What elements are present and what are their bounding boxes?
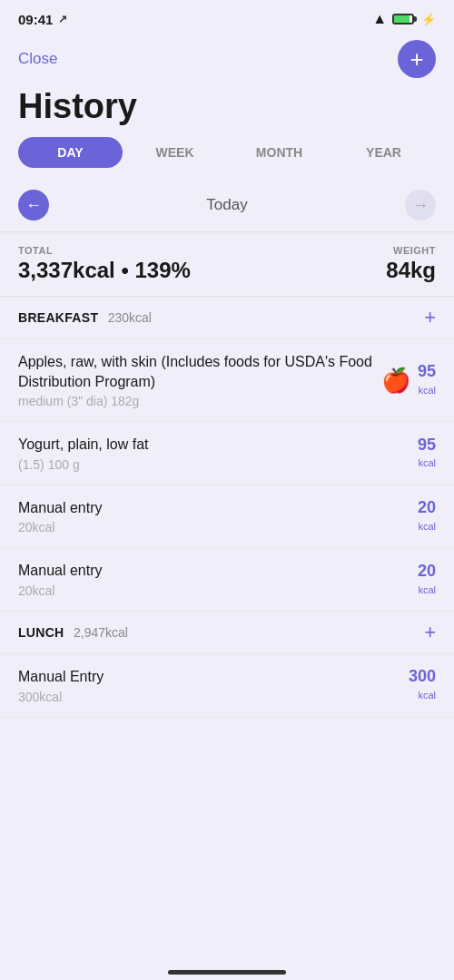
food-detail-breakfast-2: 20kcal [18,520,409,534]
add-button[interactable]: + [398,40,436,78]
meal-title-breakfast: BREAKFAST [18,310,98,325]
food-name-breakfast-0: Apples, raw, with skin (Includes foods f… [18,352,372,391]
tab-year[interactable]: YEAR [331,137,436,168]
header: Close + [0,34,454,82]
food-info-lunch-0: Manual Entry 300kcal [18,667,400,704]
food-item-breakfast-3[interactable]: Manual entry 20kcal 20 kcal [0,548,454,612]
food-icon-breakfast-0: 🍎 [381,367,410,395]
meal-title-lunch: LUNCH [18,625,64,640]
food-kcal-unit-breakfast-1: kcal [418,457,436,468]
food-name-breakfast-3: Manual entry [18,561,409,581]
food-kcal-breakfast-1: 95 kcal [418,436,436,471]
status-time: 09:41 ↗ [18,12,67,27]
tab-week[interactable]: WEEK [123,137,227,168]
wifi-icon: ▲ [372,11,387,27]
food-info-breakfast-1: Yogurt, plain, low fat (1.5) 100 g [18,435,409,472]
meal-title-row: LUNCH 2,947kcal [18,624,128,641]
summary-weight: WEIGHT 84kg [386,245,436,283]
food-name-lunch-0: Manual Entry [18,667,400,687]
food-name-breakfast-1: Yogurt, plain, low fat [18,435,409,455]
food-kcal-breakfast-3: 20 kcal [418,563,436,597]
meal-kcal-lunch: 2,947kcal [74,625,128,640]
tab-day[interactable]: DAY [18,137,123,168]
food-right-breakfast-3: 20 kcal [418,563,436,597]
total-value: 3,337kcal • 139% [18,258,191,283]
add-to-breakfast-button[interactable]: + [424,308,436,328]
food-item-breakfast-1[interactable]: Yogurt, plain, low fat (1.5) 100 g 95 kc… [0,422,454,485]
food-kcal-unit-breakfast-0: kcal [418,385,436,396]
food-right-breakfast-0: 🍎 95 kcal [381,363,436,397]
next-day-button[interactable]: → [405,190,436,220]
food-info-breakfast-0: Apples, raw, with skin (Includes foods f… [18,352,372,408]
meal-header-breakfast: BREAKFAST 230kcal + [0,297,454,339]
food-right-breakfast-2: 20 kcal [418,499,436,534]
food-right-lunch-0: 300 kcal [409,668,436,702]
food-detail-breakfast-1: (1.5) 100 g [18,457,409,472]
meal-header-lunch: LUNCH 2,947kcal + [0,612,454,654]
food-item-lunch-0[interactable]: Manual Entry 300kcal 300 kcal [0,654,454,718]
meal-title-row: BREAKFAST 230kcal [18,309,152,326]
total-label: TOTAL [18,245,191,256]
summary-total: TOTAL 3,337kcal • 139% [18,245,191,283]
food-info-breakfast-2: Manual entry 20kcal [18,498,409,535]
location-icon: ↗ [58,13,67,25]
status-bar: 09:41 ↗ ▲ ⚡ [0,0,454,34]
food-right-breakfast-1: 95 kcal [418,436,436,471]
battery-icon [392,14,414,24]
page-title: History [0,82,454,137]
home-indicator [0,961,454,980]
food-kcal-breakfast-0: 95 kcal [418,363,436,397]
charging-icon: ⚡ [421,13,436,26]
food-kcal-num-breakfast-0: 95 [418,363,436,381]
food-kcal-unit-breakfast-3: kcal [418,584,436,595]
food-kcal-num-breakfast-2: 20 [418,499,436,517]
food-detail-lunch-0: 300kcal [18,690,400,704]
weight-value: 84kg [386,258,436,283]
food-name-breakfast-2: Manual entry [18,498,409,518]
food-detail-breakfast-3: 20kcal [18,583,409,598]
meal-kcal-breakfast: 230kcal [108,310,152,325]
tab-month[interactable]: MONTH [227,137,331,168]
weight-label: WEIGHT [386,245,436,256]
food-detail-breakfast-0: medium (3" dia) 182g [18,394,372,408]
food-info-breakfast-3: Manual entry 20kcal [18,561,409,598]
tabs-container: DAY WEEK MONTH YEAR [0,137,454,182]
food-kcal-num-breakfast-3: 20 [418,563,436,581]
food-kcal-num-breakfast-1: 95 [418,436,436,455]
date-nav: ← Today → [0,182,454,232]
food-kcal-lunch-0: 300 kcal [409,668,436,702]
food-kcal-num-lunch-0: 300 [409,668,436,686]
close-button[interactable]: Close [18,50,57,68]
date-label: Today [206,196,247,214]
food-item-breakfast-0[interactable]: Apples, raw, with skin (Includes foods f… [0,339,454,422]
food-kcal-breakfast-2: 20 kcal [418,499,436,534]
food-item-breakfast-2[interactable]: Manual entry 20kcal 20 kcal [0,485,454,549]
status-icons: ▲ ⚡ [372,11,436,27]
summary-section: TOTAL 3,337kcal • 139% WEIGHT 84kg [0,232,454,297]
home-bar [168,970,286,975]
meals-container: BREAKFAST 230kcal + Apples, raw, with sk… [0,297,454,718]
prev-day-button[interactable]: ← [18,190,49,220]
food-kcal-unit-breakfast-2: kcal [418,521,436,532]
food-kcal-unit-lunch-0: kcal [418,690,436,701]
time-display: 09:41 [18,12,53,27]
add-to-lunch-button[interactable]: + [424,622,436,642]
